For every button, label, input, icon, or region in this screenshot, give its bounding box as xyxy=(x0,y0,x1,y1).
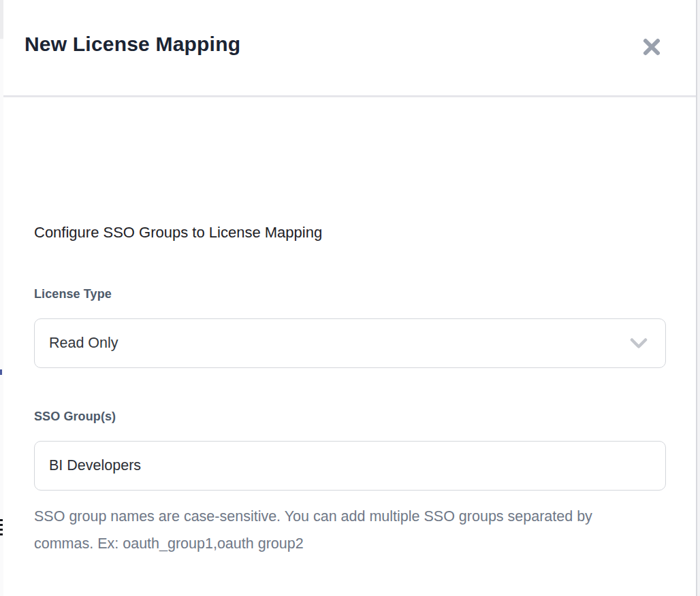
background-content-fragment xyxy=(0,369,2,375)
dialog-title: New License Mapping xyxy=(25,33,240,56)
background-page-right-sliver xyxy=(696,0,700,596)
screen: New License Mapping Configure SSO Groups… xyxy=(0,0,700,596)
sso-groups-input[interactable] xyxy=(35,442,665,490)
sso-groups-field-wrap xyxy=(34,441,666,491)
close-button[interactable] xyxy=(639,35,664,60)
license-type-label: License Type xyxy=(34,287,112,301)
sso-groups-label: SSO Group(s) xyxy=(34,410,116,424)
close-icon xyxy=(641,37,662,59)
license-type-select[interactable]: Read Only xyxy=(34,318,666,368)
dialog-description: Configure SSO Groups to License Mapping xyxy=(34,224,322,242)
dialog-header: New License Mapping xyxy=(3,0,696,97)
license-type-selected-value: Read Only xyxy=(35,335,118,352)
new-license-mapping-dialog: New License Mapping Configure SSO Groups… xyxy=(3,0,696,596)
sso-groups-help-text: SSO group names are case-sensitive. You … xyxy=(34,503,594,557)
chevron-down-icon xyxy=(630,338,648,349)
